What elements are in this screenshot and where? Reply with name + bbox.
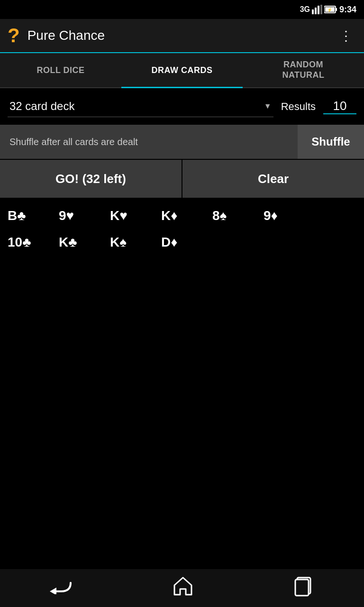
app-bar: ? Pure Chance ⋮: [0, 19, 364, 53]
network-indicator: 3G: [300, 5, 310, 14]
svg-rect-5: [336, 8, 337, 11]
tab-roll-dice-label: ROLL DICE: [36, 65, 84, 75]
card-8: K♣: [59, 235, 110, 250]
recents-button[interactable]: [282, 572, 326, 604]
card-6: 9♦: [264, 208, 315, 223]
card-5: 8♠: [212, 208, 264, 223]
tab-draw-cards[interactable]: DRAW CARDS: [121, 53, 243, 87]
app-logo: ?: [8, 26, 20, 46]
signal-icon: [312, 5, 322, 14]
card-2: 9♥: [59, 208, 110, 223]
action-row: GO! (32 left) Clear: [0, 160, 364, 198]
deck-selector-value: 32 card deck: [9, 100, 264, 113]
tab-draw-cards-label: DRAW CARDS: [152, 65, 213, 75]
status-bar: 3G ⚡ 9:34: [0, 0, 364, 19]
svg-text:⚡: ⚡: [327, 7, 332, 13]
home-button[interactable]: [161, 572, 205, 604]
cards-area: B♣ 9♥ K♥ K♦ 8♠ 9♦ 10♣ K♣ K♠ D♦: [0, 199, 364, 271]
clear-button-label: Clear: [258, 172, 289, 186]
card-7: 10♣: [8, 235, 59, 250]
shuffle-button-label: Shuffle: [311, 135, 350, 148]
nav-bar: [0, 569, 364, 607]
deck-row: 32 card deck ▼ Results: [0, 88, 364, 125]
clear-button[interactable]: Clear: [182, 160, 364, 198]
card-3: K♥: [110, 208, 161, 223]
home-icon: [173, 576, 193, 597]
svg-rect-1: [315, 8, 317, 14]
go-button-label: GO! (32 left): [55, 172, 126, 186]
go-button[interactable]: GO! (32 left): [0, 160, 182, 198]
card-1: B♣: [8, 208, 59, 223]
svg-rect-2: [318, 6, 319, 14]
shuffle-toggle-button[interactable]: Shuffle after all cards are dealt: [0, 125, 298, 159]
shuffle-toggle-label: Shuffle after all cards are dealt: [9, 137, 138, 147]
svg-rect-0: [312, 9, 314, 14]
back-button[interactable]: [38, 574, 84, 602]
tab-bar: ROLL DICE DRAW CARDS RANDOMNATURAL: [0, 53, 364, 88]
deck-dropdown-icon: ▼: [264, 102, 272, 110]
cards-row-1: B♣ 9♥ K♥ K♦ 8♠ 9♦: [8, 208, 356, 223]
recents-icon: [293, 576, 314, 597]
svg-rect-11: [295, 579, 309, 596]
time-display: 9:34: [339, 5, 356, 15]
shuffle-button[interactable]: Shuffle: [298, 125, 364, 159]
back-icon: [50, 578, 73, 594]
overflow-menu-button[interactable]: ⋮: [336, 24, 356, 47]
battery-icon: ⚡: [324, 5, 337, 14]
tab-random-natural-label: RANDOMNATURAL: [282, 60, 324, 80]
tab-roll-dice[interactable]: ROLL DICE: [0, 53, 121, 87]
svg-marker-9: [174, 578, 191, 595]
shuffle-row: Shuffle after all cards are dealt Shuffl…: [0, 125, 364, 159]
results-label: Results: [281, 101, 316, 113]
tab-random-natural[interactable]: RANDOMNATURAL: [243, 53, 364, 87]
main-content: 32 card deck ▼ Results Shuffle after all…: [0, 88, 364, 271]
deck-selector[interactable]: 32 card deck ▼: [8, 96, 273, 117]
status-icons: 3G ⚡ 9:34: [300, 5, 356, 15]
svg-marker-3: [320, 5, 322, 14]
cards-row-2: 10♣ K♣ K♠ D♦: [8, 235, 356, 250]
svg-marker-8: [50, 588, 56, 594]
app-title: Pure Chance: [27, 28, 336, 43]
results-input[interactable]: [323, 99, 356, 114]
card-9: K♠: [110, 235, 161, 250]
card-10: D♦: [161, 235, 212, 250]
card-4: K♦: [161, 208, 212, 223]
